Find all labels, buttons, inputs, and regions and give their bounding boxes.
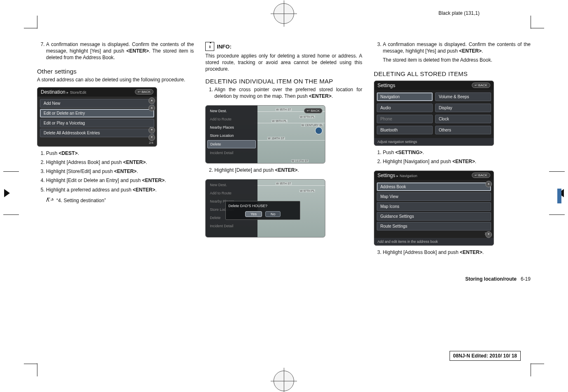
col2-step1: Align the cross pointer over the preferr…: [214, 86, 362, 99]
deleting-all-heading: DELETING ALL STORED ITEMS: [374, 70, 531, 77]
map-menu-add-to-route: Add to Route: [207, 189, 256, 197]
screenshot-settings: Settings ↩ BACK Navigation Audio Phone B…: [374, 81, 494, 146]
col3-step1: Push <SETTING>.: [383, 149, 531, 156]
alignment-mark-left: [3, 171, 19, 221]
col1-step1: Push <DEST>.: [46, 150, 194, 157]
reference-link: “4. Setting destination”: [46, 197, 194, 204]
page-indicator: 2/4: [37, 141, 157, 146]
map-menu-incident-detail: Incident Detail: [207, 149, 256, 157]
crop-mark: [531, 364, 544, 364]
menu-item-add-new[interactable]: Add New: [40, 99, 154, 108]
nav-address-book[interactable]: Address Book: [377, 182, 491, 191]
settings-bluetooth[interactable]: Bluetooth: [377, 126, 433, 134]
scroll-down-icon[interactable]: ▾: [148, 127, 155, 134]
info-icon: •ı: [205, 42, 214, 51]
map-menu-store-location[interactable]: Store Location: [207, 132, 256, 139]
edit-stamp-box: 08NJ-N Edited: 2010/ 10/ 18: [450, 351, 521, 361]
back-button[interactable]: ↩ BACK: [135, 89, 153, 95]
registration-target-bottom: [274, 371, 294, 391]
map-menu-new-dest[interactable]: New Dest.: [207, 107, 256, 115]
scroll-up-icon[interactable]: ▴: [485, 181, 492, 187]
plate-label: Black plate (131,1): [438, 10, 480, 16]
settings-audio[interactable]: Audio: [377, 104, 433, 112]
settings-volume-beeps[interactable]: Volume & Beeps: [435, 92, 491, 101]
scroll-up-icon[interactable]: ▴: [148, 97, 155, 104]
screenshot-settings-navigation: Settings ▸ Navigation ↩ BACK ▴ Address B…: [374, 171, 494, 246]
screenshot-map-menu: W 95TH ST W 97TH PL W 99TH PL W CENTURY …: [205, 105, 325, 164]
col1-step4: Highlight [Edit or Delete an Entry] and …: [46, 177, 194, 184]
nav-help-text: Add and edit items in the address book: [374, 238, 494, 245]
back-button[interactable]: ↩ BACK: [304, 108, 322, 113]
scroll-dot[interactable]: ▴: [148, 105, 155, 111]
info-label: INFO:: [217, 44, 231, 50]
nav-map-view[interactable]: Map View: [377, 192, 491, 201]
col1-step7: A confirmation message is displayed. Con…: [46, 41, 194, 61]
column-2: •ı INFO: This procedure applies only for…: [205, 41, 362, 282]
settings-others[interactable]: Others: [435, 126, 491, 134]
nav-route-settings[interactable]: Route Settings: [377, 222, 491, 231]
other-settings-text: A stored address can also be deleted usi…: [37, 76, 194, 83]
crop-mark: [531, 28, 544, 28]
col1-step2: Highlight [Address Book] and push <ENTER…: [46, 159, 194, 166]
back-button[interactable]: ↩ BACK: [472, 83, 490, 88]
menu-item-edit-delete-entry[interactable]: Edit or Delete an Entry: [40, 109, 154, 118]
compass-icon[interactable]: [315, 127, 322, 134]
col1-step3: Highlight [Store/Edit] and push <ENTER>.: [46, 168, 194, 175]
dialog-no-button[interactable]: No: [265, 211, 281, 217]
nav-map-icons[interactable]: Map Icons: [377, 202, 491, 211]
info-text: This procedure applies only for deleting…: [205, 53, 362, 73]
dialog-yes-button[interactable]: Yes: [245, 211, 262, 217]
col3-step2: Highlight [Navigation] and push <ENTER>.: [383, 158, 531, 165]
map-menu-nearby-places[interactable]: Nearby Places: [207, 124, 256, 131]
menu-item-edit-play-voicetag[interactable]: Edit or Play a Voicetag: [40, 119, 154, 127]
map-menu-incident-detail: Incident Detail: [207, 222, 256, 230]
scroll-dot[interactable]: ▾: [148, 134, 155, 141]
settings-clock[interactable]: Clock: [435, 115, 491, 123]
col2-step2: Highlight [Delete] and push <ENTER>.: [214, 167, 362, 173]
map-menu-new-dest: New Dest.: [207, 181, 256, 189]
alignment-mark-right: [549, 171, 565, 221]
section-footer: Storing location/route 6-19: [374, 276, 531, 282]
map-menu-add-to-route: Add to Route: [207, 115, 256, 123]
confirm-dialog: Delete DAD'S HOUSE? Yes No: [225, 201, 300, 220]
crop-mark: [531, 16, 531, 29]
back-button[interactable]: ↩ BACK: [472, 173, 490, 178]
deleting-individual-heading: DELETING INDIVIDUAL ITEM ON THE MAP: [205, 78, 362, 85]
column-3: A confirmation message is displayed. Con…: [374, 41, 531, 282]
nav-guidance-settings[interactable]: Guidance Settings: [377, 212, 491, 221]
bleed-tab: [557, 189, 561, 203]
col3-step3c: Highlight [Address Book] and push <ENTER…: [383, 249, 531, 256]
settings-display[interactable]: Display: [435, 104, 491, 112]
column-1: A confirmation message is displayed. Con…: [37, 41, 194, 282]
screenshot-destination-store-edit: Destination ▸ Store/Edit ↩ BACK ▴ ▴ Add …: [37, 87, 157, 147]
reference-icon: [46, 197, 53, 204]
menu-item-delete-all-addressbook[interactable]: Delete All Addressbook Entries: [40, 129, 154, 137]
crop-mark: [531, 363, 531, 376]
settings-help-text: Adjust navigation settings: [374, 138, 494, 145]
scroll-down-icon[interactable]: ▾: [485, 231, 492, 238]
page-indicator: 1/13: [377, 232, 491, 235]
crop-mark: [37, 16, 37, 29]
confirm-dialog-title: Delete DAD'S HOUSE?: [228, 204, 297, 208]
map-menu-delete[interactable]: Delete: [207, 140, 256, 148]
col1-step5: Highlight a preferred address and push <…: [46, 187, 194, 193]
settings-phone: Phone: [377, 115, 433, 123]
other-settings-heading: Other settings: [37, 68, 194, 75]
screenshot-map-delete-confirm: W 95TH ST W 97TH PL New Dest. Add to Rou…: [205, 179, 325, 238]
crop-mark: [24, 28, 37, 28]
settings-navigation[interactable]: Navigation: [377, 92, 433, 101]
col3-step3: A confirmation message is displayed. Con…: [383, 41, 531, 64]
crop-mark: [24, 364, 37, 364]
registration-target-top: [274, 3, 294, 24]
page-body: A confirmation message is displayed. Con…: [37, 29, 531, 366]
